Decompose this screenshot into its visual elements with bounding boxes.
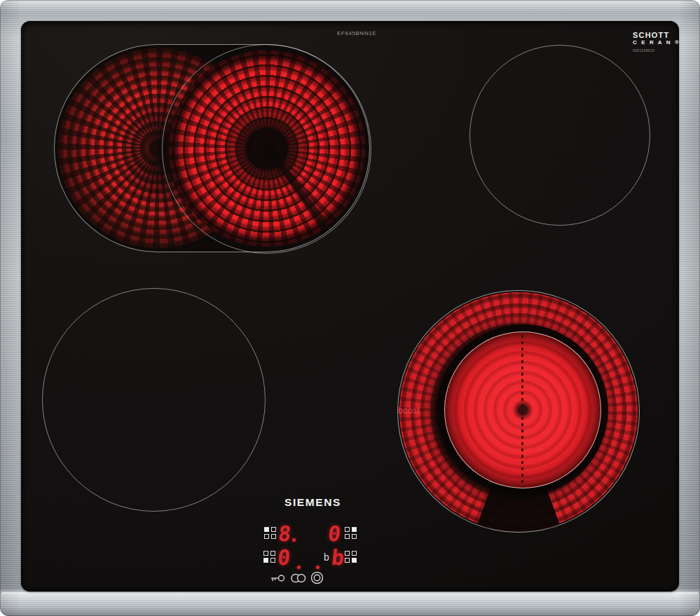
zone-select-front-right-button[interactable] bbox=[345, 551, 357, 563]
zone-outline-rear-left-main-circle bbox=[162, 44, 371, 254]
schott-logo-line1: SCHOTT bbox=[633, 32, 680, 40]
zone-select-front-left-button[interactable] bbox=[263, 551, 275, 563]
frame-edge-highlight bbox=[1, 592, 699, 594]
square-bottom-left bbox=[263, 558, 268, 563]
ceramic-hob: EF645BNN1E SCHOTT C E R A N ® 9001168620… bbox=[0, 0, 700, 616]
square-top-right bbox=[352, 527, 357, 532]
seg-display-rear-left: 8 bbox=[277, 523, 291, 545]
dual-circuit-led bbox=[316, 566, 320, 569]
model-number-label: EF645BNN1E bbox=[337, 30, 376, 36]
seg-display-front-left: 0 bbox=[276, 547, 291, 568]
boost-label: boost bbox=[398, 406, 420, 416]
square-bottom-right bbox=[352, 558, 357, 563]
heating-zone-front-left bbox=[42, 288, 266, 512]
key-lock-button[interactable] bbox=[270, 573, 285, 583]
key-icon bbox=[270, 573, 285, 583]
coil-divider-dotted-line bbox=[521, 335, 523, 486]
zone-select-rear-right-button[interactable] bbox=[345, 527, 357, 539]
schott-ceran-logo: SCHOTT C E R A N ® 9001168620 bbox=[633, 32, 680, 53]
oval-zone-icon bbox=[291, 573, 306, 583]
seg-display-rear-left-dot bbox=[292, 538, 296, 542]
dual-circuit-button[interactable] bbox=[310, 571, 324, 584]
siemens-logo: SIEMENS bbox=[284, 496, 341, 509]
heating-zone-rear-right bbox=[469, 45, 650, 226]
extension-zone-button[interactable] bbox=[291, 573, 306, 583]
square-top-left bbox=[264, 527, 269, 532]
booster-prefix-label: b bbox=[324, 552, 329, 562]
schott-logo-line2: C E R A N ® bbox=[633, 40, 680, 46]
seg-display-front-right: b bbox=[330, 547, 345, 568]
seg-display-rear-right: 0 bbox=[327, 523, 341, 545]
zone-select-rear-left-button[interactable] bbox=[264, 527, 276, 539]
extension-zone-led bbox=[297, 566, 301, 569]
schott-serial-number: 9001168620 bbox=[633, 49, 673, 53]
double-ring-icon bbox=[310, 571, 324, 584]
